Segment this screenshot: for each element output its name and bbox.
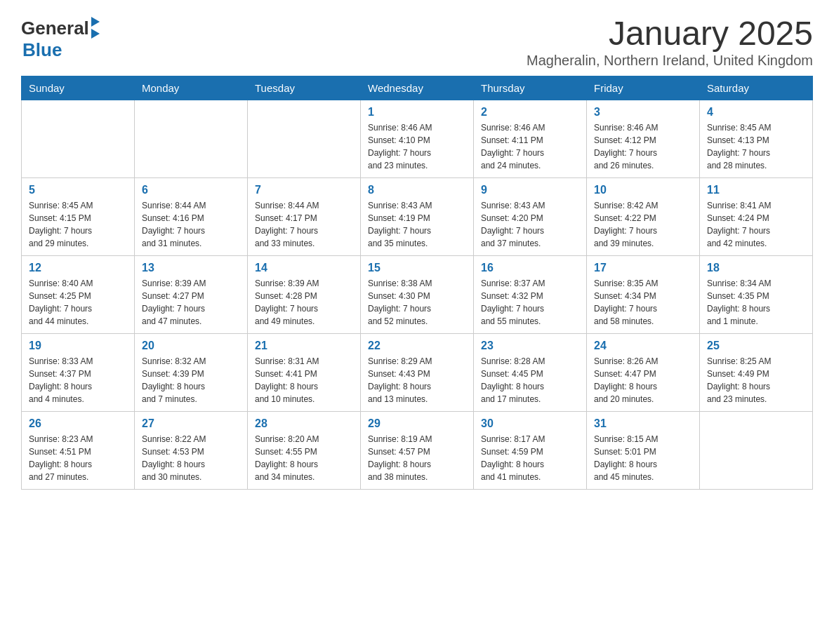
day-number: 2 [481, 106, 579, 119]
day-cell: 29Sunrise: 8:19 AMSunset: 4:57 PMDayligh… [361, 412, 474, 490]
day-number: 13 [142, 262, 240, 274]
week-row-0: 1Sunrise: 8:46 AMSunset: 4:10 PMDaylight… [22, 100, 813, 178]
day-info: Sunrise: 8:44 AMSunset: 4:16 PMDaylight:… [142, 199, 240, 250]
day-info: Sunrise: 8:34 AMSunset: 4:35 PMDaylight:… [707, 277, 805, 328]
month-title: January 2025 [527, 14, 813, 53]
calendar-table: SundayMondayTuesdayWednesdayThursdayFrid… [21, 76, 813, 490]
day-info: Sunrise: 8:28 AMSunset: 4:45 PMDaylight:… [481, 355, 579, 405]
day-number: 16 [481, 262, 579, 274]
day-cell: 6Sunrise: 8:44 AMSunset: 4:16 PMDaylight… [135, 178, 248, 256]
day-cell: 5Sunrise: 8:45 AMSunset: 4:15 PMDaylight… [22, 178, 135, 256]
day-number: 18 [707, 262, 805, 274]
day-info: Sunrise: 8:35 AMSunset: 4:34 PMDaylight:… [594, 277, 692, 328]
day-info: Sunrise: 8:40 AMSunset: 4:25 PMDaylight:… [29, 277, 127, 328]
day-cell [22, 100, 135, 178]
day-cell [700, 412, 813, 490]
title-section: January 2025 Magheralin, Northern Irelan… [527, 14, 813, 69]
day-number: 12 [29, 262, 127, 274]
day-number: 14 [255, 262, 353, 274]
day-number: 20 [142, 340, 240, 352]
day-cell: 20Sunrise: 8:32 AMSunset: 4:39 PMDayligh… [135, 334, 248, 412]
page-header: General Blue January 2025 Magheralin, No… [21, 14, 813, 69]
day-cell: 21Sunrise: 8:31 AMSunset: 4:41 PMDayligh… [248, 334, 361, 412]
day-info: Sunrise: 8:23 AMSunset: 4:51 PMDaylight:… [29, 433, 127, 483]
weekday-header-saturday: Saturday [700, 76, 813, 100]
day-cell: 30Sunrise: 8:17 AMSunset: 4:59 PMDayligh… [474, 412, 587, 490]
day-info: Sunrise: 8:33 AMSunset: 4:37 PMDaylight:… [29, 355, 127, 405]
weekday-header-row: SundayMondayTuesdayWednesdayThursdayFrid… [22, 76, 813, 100]
day-number: 1 [368, 106, 466, 119]
logo: General Blue [21, 14, 133, 63]
day-cell: 24Sunrise: 8:26 AMSunset: 4:47 PMDayligh… [587, 334, 700, 412]
day-cell: 7Sunrise: 8:44 AMSunset: 4:17 PMDaylight… [248, 178, 361, 256]
day-cell: 8Sunrise: 8:43 AMSunset: 4:19 PMDaylight… [361, 178, 474, 256]
weekday-header-thursday: Thursday [474, 76, 587, 100]
day-info: Sunrise: 8:45 AMSunset: 4:13 PMDaylight:… [707, 121, 805, 172]
day-number: 28 [255, 417, 353, 430]
logo-blue: Blue [22, 39, 62, 60]
day-info: Sunrise: 8:17 AMSunset: 4:59 PMDaylight:… [481, 433, 579, 483]
day-number: 22 [368, 340, 466, 352]
day-number: 10 [594, 184, 692, 196]
day-info: Sunrise: 8:39 AMSunset: 4:28 PMDaylight:… [255, 277, 353, 328]
day-info: Sunrise: 8:38 AMSunset: 4:30 PMDaylight:… [368, 277, 466, 328]
day-cell: 11Sunrise: 8:41 AMSunset: 4:24 PMDayligh… [700, 178, 813, 256]
weekday-header-monday: Monday [135, 76, 248, 100]
day-number: 23 [481, 340, 579, 352]
day-info: Sunrise: 8:31 AMSunset: 4:41 PMDaylight:… [255, 355, 353, 405]
weekday-header-wednesday: Wednesday [361, 76, 474, 100]
day-number: 31 [594, 417, 692, 430]
day-number: 19 [29, 340, 127, 352]
day-info: Sunrise: 8:37 AMSunset: 4:32 PMDaylight:… [481, 277, 579, 328]
day-info: Sunrise: 8:29 AMSunset: 4:43 PMDaylight:… [368, 355, 466, 405]
day-info: Sunrise: 8:41 AMSunset: 4:24 PMDaylight:… [707, 199, 805, 250]
day-cell: 15Sunrise: 8:38 AMSunset: 4:30 PMDayligh… [361, 256, 474, 334]
day-number: 6 [142, 184, 240, 196]
day-number: 30 [481, 417, 579, 430]
day-info: Sunrise: 8:20 AMSunset: 4:55 PMDaylight:… [255, 433, 353, 483]
day-number: 27 [142, 417, 240, 430]
day-cell: 17Sunrise: 8:35 AMSunset: 4:34 PMDayligh… [587, 256, 700, 334]
day-cell: 28Sunrise: 8:20 AMSunset: 4:55 PMDayligh… [248, 412, 361, 490]
day-info: Sunrise: 8:44 AMSunset: 4:17 PMDaylight:… [255, 199, 353, 250]
weekday-header-tuesday: Tuesday [248, 76, 361, 100]
day-cell: 3Sunrise: 8:46 AMSunset: 4:12 PMDaylight… [587, 100, 700, 178]
day-number: 8 [368, 184, 466, 196]
day-number: 15 [368, 262, 466, 274]
day-info: Sunrise: 8:22 AMSunset: 4:53 PMDaylight:… [142, 433, 240, 483]
weekday-header-friday: Friday [587, 76, 700, 100]
location-title: Magheralin, Northern Ireland, United Kin… [527, 53, 813, 69]
logo-general: General [21, 18, 89, 39]
day-info: Sunrise: 8:15 AMSunset: 5:01 PMDaylight:… [594, 433, 692, 483]
day-number: 4 [707, 106, 805, 119]
day-cell: 4Sunrise: 8:45 AMSunset: 4:13 PMDaylight… [700, 100, 813, 178]
day-info: Sunrise: 8:42 AMSunset: 4:22 PMDaylight:… [594, 199, 692, 250]
day-cell: 2Sunrise: 8:46 AMSunset: 4:11 PMDaylight… [474, 100, 587, 178]
day-number: 17 [594, 262, 692, 274]
day-cell: 22Sunrise: 8:29 AMSunset: 4:43 PMDayligh… [361, 334, 474, 412]
day-cell: 1Sunrise: 8:46 AMSunset: 4:10 PMDaylight… [361, 100, 474, 178]
day-cell: 25Sunrise: 8:25 AMSunset: 4:49 PMDayligh… [700, 334, 813, 412]
day-number: 26 [29, 417, 127, 430]
day-cell: 31Sunrise: 8:15 AMSunset: 5:01 PMDayligh… [587, 412, 700, 490]
day-cell: 14Sunrise: 8:39 AMSunset: 4:28 PMDayligh… [248, 256, 361, 334]
day-cell: 13Sunrise: 8:39 AMSunset: 4:27 PMDayligh… [135, 256, 248, 334]
day-cell: 27Sunrise: 8:22 AMSunset: 4:53 PMDayligh… [135, 412, 248, 490]
day-cell [248, 100, 361, 178]
day-cell: 26Sunrise: 8:23 AMSunset: 4:51 PMDayligh… [22, 412, 135, 490]
day-number: 5 [29, 184, 127, 196]
day-number: 11 [707, 184, 805, 196]
day-cell: 18Sunrise: 8:34 AMSunset: 4:35 PMDayligh… [700, 256, 813, 334]
day-number: 21 [255, 340, 353, 352]
weekday-header-sunday: Sunday [22, 76, 135, 100]
day-number: 29 [368, 417, 466, 430]
day-cell: 9Sunrise: 8:43 AMSunset: 4:20 PMDaylight… [474, 178, 587, 256]
day-number: 9 [481, 184, 579, 196]
day-info: Sunrise: 8:19 AMSunset: 4:57 PMDaylight:… [368, 433, 466, 483]
day-info: Sunrise: 8:45 AMSunset: 4:15 PMDaylight:… [29, 199, 127, 250]
day-number: 3 [594, 106, 692, 119]
day-info: Sunrise: 8:32 AMSunset: 4:39 PMDaylight:… [142, 355, 240, 405]
day-cell: 16Sunrise: 8:37 AMSunset: 4:32 PMDayligh… [474, 256, 587, 334]
day-info: Sunrise: 8:43 AMSunset: 4:20 PMDaylight:… [481, 199, 579, 250]
week-row-3: 19Sunrise: 8:33 AMSunset: 4:37 PMDayligh… [22, 334, 813, 412]
